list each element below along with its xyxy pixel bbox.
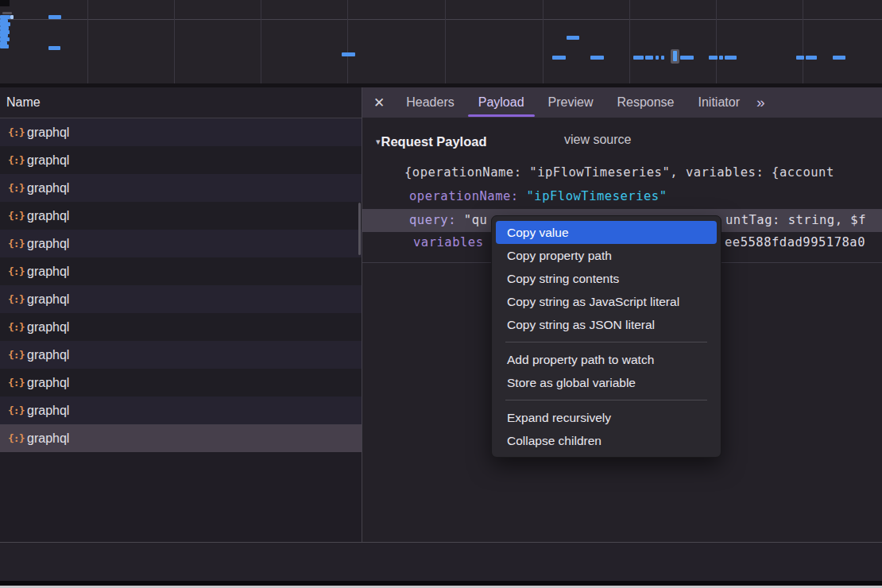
- devtools-network-panel: Name {:}graphql{:}graphql{:}graphql{:}gr…: [0, 0, 882, 588]
- tree-row-root[interactable]: ▼ {operationName: "ipFlowTimeseries", va…: [362, 161, 882, 184]
- tree-row-operation-name[interactable]: operationName: "ipFlowTimeseries": [362, 185, 882, 208]
- context-menu: Copy valueCopy property pathCopy string …: [491, 215, 721, 458]
- overview-gridline: [87, 0, 88, 83]
- menu-item-store-as-global-variable[interactable]: Store as global variable: [496, 371, 717, 394]
- network-request-row[interactable]: {:}graphql: [0, 146, 362, 174]
- overview-gridline: [803, 0, 803, 83]
- json-braces-icon: {:}: [8, 404, 27, 416]
- property-value-string: "ipFlowTimeseries": [527, 189, 667, 203]
- timeline-bar: [656, 56, 659, 60]
- timeline-bar: [796, 56, 804, 60]
- status-footer: [0, 543, 882, 581]
- request-name: graphql: [27, 181, 69, 195]
- timeline-bar: [833, 56, 845, 60]
- overview-gridline: [261, 0, 261, 83]
- tab-initiator[interactable]: Initiator: [687, 87, 752, 118]
- request-name: graphql: [27, 209, 69, 223]
- tab-headers[interactable]: Headers: [394, 87, 466, 118]
- timeline-bar: [552, 56, 566, 60]
- overview-gridline: [629, 0, 630, 83]
- collapse-triangle-icon[interactable]: ▾: [376, 137, 381, 147]
- network-request-row[interactable]: {:}graphql: [0, 174, 362, 202]
- json-braces-icon: {:}: [8, 293, 27, 305]
- requests-list: {:}graphql{:}graphql{:}graphql{:}graphql…: [0, 118, 362, 542]
- property-key: query:: [409, 213, 456, 227]
- network-request-row[interactable]: {:}graphql: [0, 341, 362, 369]
- timeline-bar: [806, 56, 817, 60]
- overview-gridline: [174, 0, 175, 83]
- json-braces-icon: {:}: [8, 432, 27, 444]
- request-name: graphql: [27, 348, 69, 362]
- network-request-row[interactable]: {:}graphql: [0, 285, 362, 313]
- json-braces-icon: {:}: [8, 349, 27, 361]
- request-name: graphql: [27, 431, 69, 446]
- timeline-bar: [48, 46, 60, 50]
- json-braces-icon: {:}: [8, 154, 27, 166]
- root-preview-text: {operationName: "ipFlowTimeseries", vari…: [404, 161, 834, 184]
- network-request-row[interactable]: {:}graphql: [0, 397, 362, 424]
- network-request-row[interactable]: {:}graphql: [0, 424, 362, 452]
- json-braces-icon: {:}: [8, 210, 27, 222]
- overview-gridline: [347, 0, 348, 83]
- overview-corner-notch: [0, 0, 10, 6]
- network-request-row[interactable]: {:}graphql: [0, 118, 362, 146]
- network-overview-timeline[interactable]: [0, 0, 882, 83]
- timeline-bar: [633, 56, 644, 60]
- timeline-bar: [719, 56, 723, 60]
- timeline-bar: [48, 15, 61, 19]
- request-name: graphql: [27, 376, 69, 390]
- network-request-row[interactable]: {:}graphql: [0, 202, 362, 230]
- tab-preview[interactable]: Preview: [536, 87, 605, 118]
- timeline-bar: [725, 56, 737, 60]
- property-key: variables: [413, 231, 484, 254]
- menu-separator: [505, 342, 707, 342]
- details-tabs-bar: ✕ HeadersPayloadPreviewResponseInitiator…: [362, 87, 882, 118]
- name-column-header[interactable]: Name: [0, 87, 362, 118]
- network-request-row[interactable]: {:}graphql: [0, 313, 362, 341]
- network-request-row[interactable]: {:}graphql: [0, 230, 362, 257]
- menu-item-copy-string-as-javascript-literal[interactable]: Copy string as JavaScript literal: [496, 290, 717, 313]
- scrollbar-thumb[interactable]: [358, 203, 361, 255]
- menu-separator: [505, 400, 707, 400]
- json-braces-icon: {:}: [8, 321, 27, 333]
- network-request-row[interactable]: {:}graphql: [0, 257, 362, 285]
- property-key: operationName:: [409, 189, 519, 203]
- menu-item-copy-property-path[interactable]: Copy property path: [496, 244, 717, 267]
- timeline-bar: [342, 52, 355, 56]
- menu-item-expand-recursively[interactable]: Expand recursively: [496, 406, 717, 429]
- request-name: graphql: [27, 292, 69, 307]
- close-icon[interactable]: ✕: [373, 95, 385, 111]
- menu-item-copy-string-contents[interactable]: Copy string contents: [496, 267, 717, 290]
- tab-response[interactable]: Response: [605, 87, 686, 118]
- name-column-label: Name: [6, 95, 41, 110]
- menu-item-collapse-children[interactable]: Collapse children: [496, 429, 717, 452]
- property-value-right: untTag: string, $f: [725, 209, 866, 232]
- request-name: graphql: [27, 265, 69, 279]
- view-source-link[interactable]: view source: [564, 133, 631, 147]
- tab-payload[interactable]: Payload: [466, 87, 536, 118]
- request-name: graphql: [27, 404, 69, 418]
- menu-item-add-property-path-to-watch[interactable]: Add property path to watch: [496, 348, 717, 371]
- menu-item-copy-value[interactable]: Copy value: [496, 221, 717, 244]
- request-name: graphql: [27, 153, 69, 168]
- timeline-bar: [2, 12, 12, 14]
- timeline-bar: [10, 15, 14, 19]
- menu-item-copy-string-as-json-literal[interactable]: Copy string as JSON literal: [496, 313, 717, 336]
- overview-gridline: [543, 0, 544, 83]
- request-payload-section-header[interactable]: ▾ Request Payload: [362, 130, 487, 153]
- overview-gridline: [445, 0, 446, 83]
- timeline-bar: [590, 56, 604, 60]
- network-request-row[interactable]: {:}graphql: [0, 369, 362, 397]
- overview-gridline: [716, 0, 717, 83]
- more-tabs-icon[interactable]: »: [756, 94, 764, 111]
- section-title: Request Payload: [381, 134, 487, 149]
- overview-horizontal-gridline: [0, 19, 882, 20]
- request-name: graphql: [27, 126, 69, 140]
- property-value-left: "qu: [464, 213, 488, 227]
- timeline-bar: [645, 56, 653, 60]
- json-braces-icon: {:}: [8, 182, 27, 194]
- timeline-bar: [567, 36, 579, 40]
- json-braces-icon: {:}: [8, 126, 27, 138]
- json-braces-icon: {:}: [8, 377, 27, 389]
- timeline-bar: [0, 44, 9, 48]
